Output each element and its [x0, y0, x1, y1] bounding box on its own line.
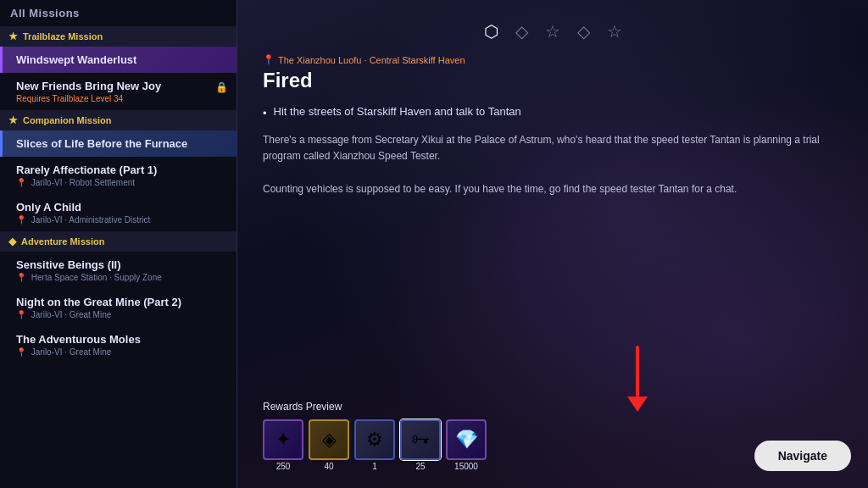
bullet-point: • [263, 107, 267, 119]
reward-icon-4: 🗝 [400, 419, 441, 460]
nav-icon-4[interactable]: ◇ [577, 21, 590, 42]
location-name: The Xianzhou Luofu · Central Starskiff H… [278, 55, 465, 65]
reward-icon-5: 💎 [446, 419, 487, 460]
mission-night-mine[interactable]: Night on the Great Mine (Part 2) 📍 Jaril… [0, 289, 236, 326]
reward-count-1: 250 [276, 462, 291, 471]
mission-windswept-name: Windswept Wanderlust [16, 53, 226, 66]
pin-icon-5: 📍 [16, 347, 26, 357]
sidebar-header: All Missions [0, 0, 236, 26]
mission-slices-name: Slices of Life Before the Furnace [16, 137, 226, 150]
reward-item-5[interactable]: 💎 15000 [446, 419, 487, 471]
mission-sensitive-name: Sensitive Beings (II) [16, 258, 226, 271]
adventure-label: Adventure Mission [21, 236, 104, 247]
mission-sensitive-location: 📍 Herta Space Station · Supply Zone [16, 273, 226, 282]
section-companion: ★ Companion Mission [0, 110, 236, 130]
pin-icon-1: 📍 [16, 178, 26, 187]
top-icons-row: ⬡ ◇ ☆ ◇ ☆ [263, 17, 843, 42]
location-line: 📍 The Xianzhou Luofu · Central Starskiff… [263, 54, 843, 65]
mission-new-friends-name: New Friends Bring New Joy [16, 80, 226, 92]
reward-count-2: 40 [324, 462, 333, 471]
trailblaze-label: Trailblaze Mission [23, 31, 103, 42]
trailblaze-icon: ★ [8, 30, 18, 42]
reward-icon-3: ⚙ [354, 419, 395, 460]
mission-windswept[interactable]: Windswept Wanderlust [0, 47, 236, 73]
reward-count-4: 25 [415, 462, 425, 471]
objective-text: Hit the streets of Starskiff Haven and t… [274, 105, 521, 118]
mission-only-child-location: 📍 Jarilo-VI · Administrative District [16, 215, 226, 225]
adventure-icon: ◆ [8, 236, 16, 247]
description-block: There's a message from Secretary Xikui a… [263, 132, 839, 197]
mission-moles-name: The Adventurous Moles [16, 333, 226, 346]
arrow-indicator [627, 346, 648, 412]
mission-night-mine-location: 📍 Jarilo-VI · Great Mine [16, 310, 226, 319]
rewards-row: ✦ 250 ◈ 40 ⚙ 1 [263, 419, 487, 471]
reward-item-3[interactable]: ⚙ 1 [354, 419, 395, 471]
pin-icon-2: 📍 [16, 215, 26, 225]
reward-emoji-5: 💎 [455, 429, 478, 451]
mission-moles[interactable]: The Adventurous Moles 📍 Jarilo-VI · Grea… [0, 326, 236, 363]
reward-icon-2: ◈ [309, 419, 349, 460]
companion-label: Companion Mission [23, 115, 112, 125]
section-adventure: ◆ Adventure Mission [0, 231, 236, 252]
nav-icon-2[interactable]: ◇ [515, 21, 528, 42]
description-p1: There's a message from Secretary Xikui a… [263, 134, 820, 162]
mission-slices[interactable]: Slices of Life Before the Furnace [0, 130, 236, 157]
sidebar: All Missions ★ Trailblaze Mission Windsw… [0, 0, 237, 488]
rewards-label: Rewards Preview [263, 401, 487, 413]
mission-night-mine-name: Night on the Great Mine (Part 2) [16, 296, 226, 308]
arrow-head [627, 396, 648, 412]
companion-icon: ★ [8, 114, 18, 126]
section-trailblaze: ★ Trailblaze Mission [0, 26, 236, 47]
location-pin-main: 📍 [263, 54, 275, 65]
nav-icon-5[interactable]: ☆ [607, 21, 622, 42]
mission-rarely-location: 📍 Jarilo-VI · Robot Settlement [16, 178, 226, 187]
reward-emoji-2: ◈ [322, 429, 337, 451]
mission-new-friends[interactable]: New Friends Bring New Joy Requires Trail… [0, 73, 236, 110]
description-p2: Counting vehicles is supposed to be easy… [263, 183, 737, 195]
mission-sensitive[interactable]: Sensitive Beings (II) 📍 Herta Space Stat… [0, 252, 236, 289]
reward-item-4[interactable]: 🗝 25 [400, 419, 441, 471]
content-area: ⬡ ◇ ☆ ◇ ☆ 📍 The Xianzhou Luofu · Central… [237, 0, 868, 488]
reward-item-1[interactable]: ✦ 250 [263, 419, 303, 471]
reward-emoji-4: 🗝 [411, 429, 430, 451]
nav-icon-3[interactable]: ☆ [545, 21, 560, 42]
lock-icon: 🔒 [215, 81, 228, 93]
mission-new-friends-sub: Requires Trailblaze Level 34 [16, 94, 226, 103]
pin-icon-4: 📍 [16, 310, 26, 319]
mission-rarely[interactable]: Rarely Affectionate (Part 1) 📍 Jarilo-VI… [0, 157, 236, 194]
reward-count-5: 15000 [454, 462, 478, 471]
reward-count-3: 1 [372, 462, 377, 471]
navigate-button[interactable]: Navigate [754, 441, 851, 471]
main-content: ⬡ ◇ ☆ ◇ ☆ 📍 The Xianzhou Luofu · Central… [237, 0, 868, 488]
objective-line: • Hit the streets of Starskiff Haven and… [263, 105, 843, 119]
reward-icon-1: ✦ [263, 419, 303, 460]
mission-rarely-name: Rarely Affectionate (Part 1) [16, 164, 226, 176]
pin-icon-3: 📍 [16, 273, 26, 282]
nav-icon-1[interactable]: ⬡ [484, 21, 498, 42]
mission-only-child[interactable]: Only A Child 📍 Jarilo-VI · Administrativ… [0, 194, 236, 231]
reward-emoji-3: ⚙ [366, 429, 383, 451]
mission-title-main: Fired [263, 69, 843, 92]
rewards-section: Rewards Preview ✦ 250 ◈ 40 [263, 401, 487, 471]
reward-item-2[interactable]: ◈ 40 [309, 419, 349, 471]
arrow-shaft [636, 346, 639, 396]
reward-emoji-1: ✦ [275, 429, 291, 451]
mission-moles-location: 📍 Jarilo-VI · Great Mine [16, 347, 226, 357]
mission-only-child-name: Only A Child [16, 201, 226, 214]
